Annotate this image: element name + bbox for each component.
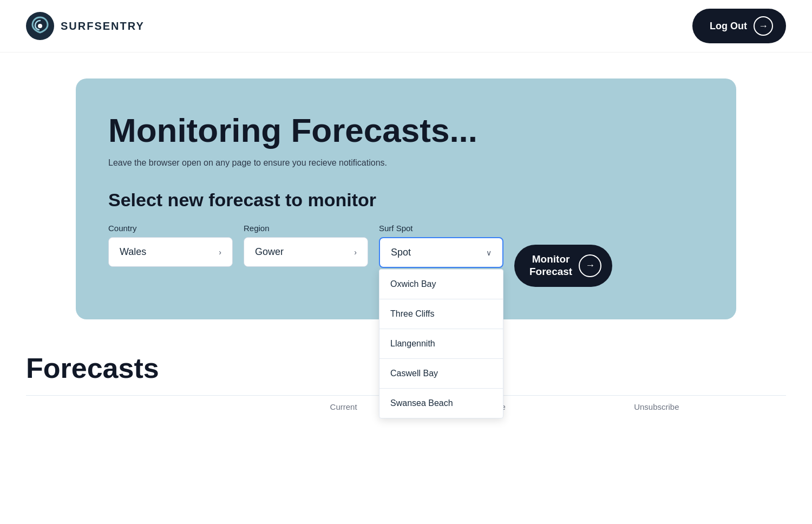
dropdown-item-three-cliffs[interactable]: Three Cliffs [379,299,503,329]
table-col-unsubscribe: Unsubscribe [634,402,786,411]
logout-label: Log Out [710,21,747,32]
logo-area: SURFSENTRY [26,12,145,40]
selectors-row: Country Wales › Region Gower › Surf Spot… [108,224,704,287]
dropdown-item-oxwich-bay[interactable]: Oxwich Bay [379,270,503,299]
region-selector[interactable]: Gower › [244,237,368,267]
hero-subtitle: Leave the browser open on any page to en… [108,158,704,168]
region-chevron-icon: › [354,248,357,257]
surfsentry-logo-icon [26,12,54,40]
table-col-future: Future [482,402,634,411]
country-chevron-icon: › [219,248,221,257]
monitor-arrow-icon: → [579,254,601,277]
surf-spot-label: Surf Spot [379,224,503,233]
surf-spot-selector[interactable]: Spot ∨ [379,237,503,268]
surf-spot-selector-group: Surf Spot Spot ∨ Oxwich Bay Three Cliffs… [379,224,503,268]
surf-spot-placeholder: Spot [391,247,411,258]
country-label: Country [108,224,233,233]
hero-title: Monitoring Forecasts... [108,111,704,149]
header: SURFSENTRY Log Out → [0,0,812,53]
country-selector[interactable]: Wales › [108,237,233,267]
country-selector-group: Country Wales › [108,224,233,267]
region-label: Region [244,224,368,233]
hero-card: Monitoring Forecasts... Leave the browse… [76,78,736,319]
region-value: Gower [255,246,284,258]
dropdown-item-caswell-bay[interactable]: Caswell Bay [379,359,503,389]
logout-arrow-icon: → [754,16,773,36]
monitor-forecast-button[interactable]: Monitor Forecast → [514,245,612,287]
surf-spot-chevron-icon: ∨ [486,248,492,257]
monitor-button-group: Monitor Forecast → [514,224,612,287]
svg-point-1 [38,24,42,28]
select-heading: Select new forecast to monitor [108,189,704,211]
surf-spot-dropdown: Oxwich Bay Three Cliffs Llangennith Casw… [379,269,503,418]
logo-text: SURFSENTRY [61,20,145,32]
dropdown-item-llangennith[interactable]: Llangennith [379,329,503,359]
country-value: Wales [120,246,146,258]
region-selector-group: Region Gower › [244,224,368,267]
dropdown-item-swansea-beach[interactable]: Swansea Beach [379,389,503,418]
monitor-button-text: Monitor Forecast [529,253,572,278]
logout-button[interactable]: Log Out → [692,9,786,43]
table-col-name [26,402,330,411]
